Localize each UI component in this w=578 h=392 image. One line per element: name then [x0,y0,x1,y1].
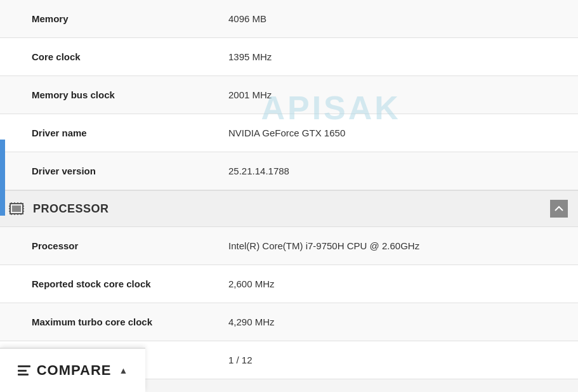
table-row: Processor Intel(R) Core(TM) i7-9750H CPU… [0,227,578,265]
table-row: Memory bus clock 2001 MHz [0,76,578,114]
compare-bar[interactable]: COMPARE ▲ [0,348,145,392]
table-row: Maximum turbo core clock 4,290 MHz [0,303,578,341]
table-row: Core clock 1395 MHz [0,38,578,76]
compare-bars-icon [18,365,30,376]
spec-value: 4,290 MHz [216,306,578,337]
spec-value: 2001 MHz [216,79,578,110]
processor-section-header: PROCESSOR [0,190,578,227]
table-row: Driver version 25.21.14.1788 [0,152,578,190]
spec-value: 1 / 12 [216,344,578,376]
spec-value: 2,600 MHz [216,268,578,299]
spec-value: Intel(R) Core(TM) i7-9750H CPU @ 2.60GHz [216,230,578,261]
spec-label: Driver name [0,117,216,148]
table-row: Memory 4096 MB [0,0,578,38]
spec-label: Core clock [0,41,216,72]
collapse-button[interactable] [550,200,568,218]
spec-value: 4096 MB [216,3,578,34]
svg-rect-1 [12,206,21,212]
compare-label: COMPARE [37,362,112,379]
spec-label: Reported stock core clock [0,268,216,299]
spec-label: Driver version [0,155,216,186]
compare-arrow-icon: ▲ [119,365,128,376]
table-row: Driver name NVIDIA GeForce GTX 1650 [0,114,578,152]
processor-section-title: PROCESSOR [33,202,109,216]
gpu-spec-table: Memory 4096 MB Core clock 1395 MHz Memor… [0,0,578,190]
spec-label: Memory bus clock [0,79,216,110]
section-header-left: PROCESSOR [6,202,109,216]
spec-value: 1395 MHz [216,41,578,72]
spec-label: Memory [0,3,216,34]
left-accent-bar [0,140,5,216]
spec-value: NVIDIA GeForce GTX 1650 [216,117,578,148]
spec-value: 25.21.14.1788 [216,155,578,186]
main-content: Memory 4096 MB Core clock 1395 MHz Memor… [0,0,578,379]
spec-label: Processor [0,230,216,261]
processor-icon [6,202,27,216]
table-row: Reported stock core clock 2,600 MHz [0,265,578,303]
spec-label: Maximum turbo core clock [0,306,216,337]
